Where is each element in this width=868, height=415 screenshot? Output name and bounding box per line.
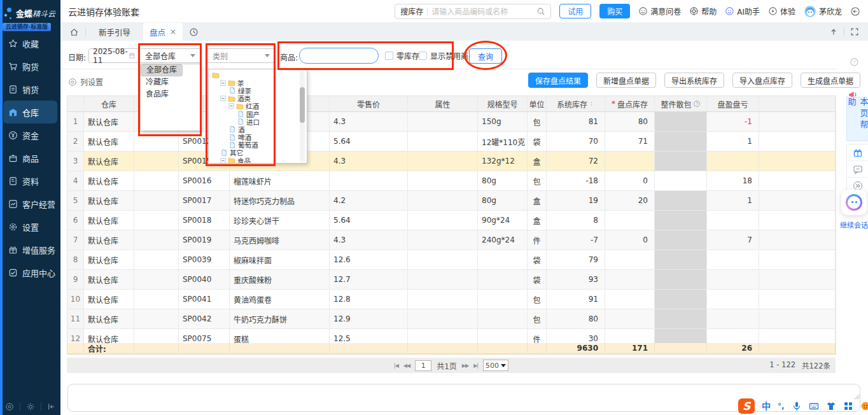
tree-scrollbar[interactable] [300, 71, 305, 162]
table-row[interactable]: 3 默认仓库 SP0015 4.3 132g*12 盒 72 [67, 151, 835, 171]
sidebar-item[interactable]: 资料 [0, 169, 60, 192]
tree-collapse-icon[interactable] [220, 158, 226, 164]
col-pack-split[interactable]: 整件散包 ? [655, 96, 707, 112]
tree-scrollbar-thumb[interactable] [300, 87, 305, 123]
last-page-button[interactable]: ▶| [473, 363, 478, 369]
user-menu[interactable]: 茅欣龙 [804, 5, 842, 18]
sidebar-item[interactable]: 销货 [0, 78, 60, 101]
cell-counted-qty[interactable]: 80 [605, 112, 655, 132]
home-icon[interactable] [69, 27, 79, 37]
survey-link[interactable]: 满意问卷 [638, 6, 681, 17]
cell-counted-qty[interactable]: 20 [605, 191, 655, 211]
cell-pack-split[interactable] [655, 151, 707, 171]
cell-counted-qty[interactable]: 0 [605, 230, 655, 250]
col-retail-price[interactable]: 零售价 [330, 96, 408, 112]
action-button[interactable]: 导入盘点库存 [732, 73, 792, 88]
category-tree-node[interactable]: 酒 [209, 125, 307, 133]
sidebar-item[interactable]: 资金 [0, 123, 60, 146]
collapse-up-icon[interactable] [829, 27, 838, 36]
tab-stocktake[interactable]: 盘点 × [143, 23, 183, 41]
table-row[interactable]: 9 默认仓库 SP0040 重庆酸辣粉 12.7 袋 93 [67, 270, 835, 290]
sidebar-item[interactable]: 增值服务 [0, 238, 60, 261]
emoji-icon[interactable] [860, 401, 868, 411]
column-settings-button[interactable]: 列设置 [68, 76, 103, 87]
cell-pack-split[interactable] [655, 171, 707, 191]
sidebar-item[interactable]: 应用中心 [0, 261, 60, 284]
help-link[interactable]: 帮助 [689, 6, 717, 17]
cell-pack-split[interactable] [655, 250, 707, 270]
checkbox-box[interactable] [419, 52, 427, 60]
tree-collapse-icon[interactable] [228, 103, 234, 109]
buy-button[interactable]: 购买 [599, 4, 630, 18]
action-button[interactable]: 新增盘点单据 [596, 73, 656, 88]
warehouse-option[interactable]: 冷藏库 [141, 76, 200, 88]
sidebar-item[interactable]: 收藏 [0, 32, 60, 55]
cell-counted-qty[interactable]: 0 [605, 171, 655, 191]
cell-counted-qty[interactable] [605, 151, 655, 171]
cell-pack-split[interactable] [655, 211, 707, 230]
cell-counted-qty[interactable] [605, 290, 655, 309]
col-spec[interactable]: 规格型号 [478, 96, 528, 112]
prev-page-button[interactable]: ◀◀ [403, 363, 410, 369]
sogou-logo-icon[interactable]: S [738, 398, 755, 414]
table-row[interactable]: 7 默认仓库 SP0019 马克西姆咖啡 4.3 240g*24 件 -7 0 … [67, 230, 835, 250]
page-size-select[interactable]: 500 [483, 360, 508, 371]
cell-pack-split[interactable] [655, 270, 707, 290]
col-system-qty[interactable]: 系统库存 [547, 96, 605, 112]
ime-apps-icon[interactable] [843, 401, 853, 411]
cell-counted-qty[interactable] [605, 270, 655, 290]
sort-icon[interactable] [589, 100, 594, 108]
pack-help-icon[interactable]: ? [693, 100, 701, 108]
cell-pack-split[interactable] [655, 112, 707, 132]
table-row[interactable]: 6 默认仓库 SP0018 珍珍夹心饼干 5.64 90g*24 盒 8 [67, 211, 835, 230]
experience-link[interactable]: 体验 [768, 6, 795, 17]
warehouse-select[interactable]: 全部仓库 [139, 48, 201, 63]
date-input[interactable]: 2025-08-11 [88, 48, 139, 63]
collapse-sidebar-icon[interactable] [47, 402, 56, 411]
mic-icon[interactable] [792, 401, 802, 411]
sidebar-item[interactable]: 客户经营 [0, 192, 60, 215]
checkbox-box[interactable] [385, 52, 393, 60]
cell-pack-split[interactable] [655, 230, 707, 250]
close-tab-icon[interactable]: × [170, 27, 176, 36]
col-warehouse[interactable]: 仓库 [84, 96, 134, 112]
cell-counted-qty[interactable] [605, 250, 655, 270]
ime-punctuation-button[interactable]: °, [778, 402, 785, 410]
action-button[interactable]: 导出系统库存 [664, 73, 724, 88]
sidebar-item[interactable]: 购货 [0, 55, 60, 78]
table-row[interactable]: 12 默认仓库 SP0075 蛋糕 12.5 件 30 [67, 329, 835, 344]
warehouse-option[interactable]: 食品库 [141, 88, 200, 101]
theme-icon[interactable] [26, 402, 35, 411]
ime-mode-button[interactable]: 中 [762, 402, 771, 411]
stock-search-input[interactable]: 搜库存 请输入商品编码或名称 [395, 4, 551, 19]
ai-assistant-link[interactable]: AI助手 [725, 6, 760, 17]
page-help-icon[interactable]: ? [850, 57, 859, 67]
table-row[interactable]: 11 默认仓库 SP0042 牛奶巧克力酥饼 12.9 包 80 [67, 309, 835, 329]
trial-button[interactable]: 试用 [559, 4, 591, 18]
cell-pack-split[interactable] [655, 329, 707, 344]
table-row[interactable]: 8 默认仓库 SP0039 椒麻味拌面 12.6 袋 79 [67, 250, 835, 270]
cell-counted-qty[interactable] [605, 329, 655, 344]
product-input[interactable] [299, 48, 379, 64]
table-row[interactable]: 2 默认仓库 SP0012 5.64 12罐*110克 袋 70 71 1 [67, 132, 835, 151]
category-tree-node[interactable]: 食品 [209, 157, 307, 164]
page-help-tab[interactable]: 本页帮助 [846, 97, 868, 141]
cell-counted-qty[interactable] [605, 211, 655, 230]
table-row[interactable]: 4 默认仓库 SP0016 榴莲味虾片 80g 包 -18 0 18 [67, 171, 835, 191]
settings-icon[interactable] [5, 402, 14, 411]
search-icon[interactable] [536, 7, 545, 16]
query-button[interactable]: 查询 [469, 48, 502, 64]
zero-stock-checkbox[interactable]: 零库存 [385, 50, 419, 61]
category-select[interactable]: 类别 [207, 48, 276, 63]
page-number-input[interactable]: 1 [415, 360, 431, 371]
tab-guide[interactable]: 新手引导 [92, 23, 137, 41]
skin-icon[interactable] [826, 401, 836, 411]
col-gain-loss[interactable]: 盘盈盘亏 [707, 96, 759, 112]
category-tree-node[interactable]: 茶 [209, 79, 307, 87]
search-scope-label[interactable]: 搜库存 [400, 6, 423, 17]
cell-pack-split[interactable] [655, 191, 707, 211]
category-tree-node[interactable] [209, 71, 307, 79]
next-page-button[interactable]: ▶▶ [462, 363, 468, 369]
fullscreen-icon[interactable] [850, 27, 859, 36]
cell-pack-split[interactable] [655, 132, 707, 151]
